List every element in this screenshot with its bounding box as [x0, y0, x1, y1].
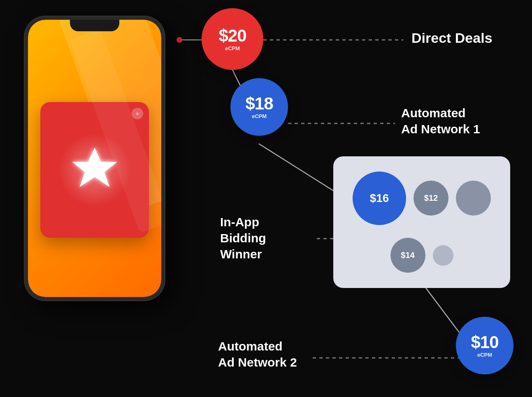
bubble-20-amount: $20 — [218, 27, 246, 44]
bidding-box: $16 $12 $14 — [333, 156, 510, 288]
phone: × — [25, 16, 165, 300]
label-automated-network-2: Automated Ad Network 2 — [218, 338, 297, 370]
ad-close-button[interactable]: × — [132, 108, 143, 119]
bid-circle-16: $16 — [353, 172, 406, 225]
phone-notch — [70, 20, 119, 31]
bid-circle-12: $12 — [414, 181, 448, 216]
label-inapp-bidding: In-App Bidding Winner — [220, 214, 266, 262]
bubble-10-label: eCPM — [477, 352, 492, 358]
bubble-18-amount: $18 — [245, 95, 273, 112]
bid-circle-tiny-1 — [433, 245, 453, 266]
bubble-18-label: eCPM — [252, 113, 267, 119]
phone-screen: × — [28, 20, 161, 297]
phone-body: × — [25, 16, 165, 300]
bubble-10: $10 eCPM — [456, 317, 513, 374]
bubble-20: $20 eCPM — [202, 8, 263, 70]
bubble-20-label: eCPM — [225, 45, 240, 51]
bubble-18: $18 eCPM — [230, 78, 288, 136]
svg-point-7 — [177, 37, 182, 43]
label-automated-network-1: Automated Ad Network 1 — [401, 105, 480, 137]
scene: × $20 eCPM $18 eCPM $1 — [0, 0, 532, 397]
bid-circle-empty-1 — [456, 181, 491, 216]
ad-card: × — [40, 102, 149, 238]
label-direct-deals: Direct Deals — [411, 30, 493, 46]
star-glow — [58, 133, 132, 207]
bid-circle-14: $14 — [390, 238, 425, 273]
bubble-10-amount: $10 — [471, 334, 498, 351]
